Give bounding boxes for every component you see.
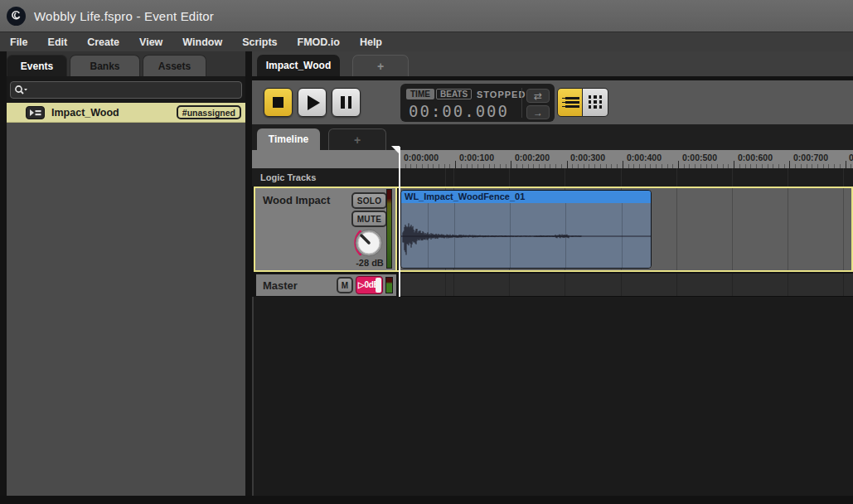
clock-panel: TIME BEATS STOPPED 00:00.000 ⇄ → — [400, 84, 555, 122]
beats-mode-button[interactable]: BEATS — [436, 89, 472, 99]
fmod-logo-icon — [7, 7, 26, 26]
editor-tab-bar: Impact_Wood + — [252, 51, 853, 76]
list-view-icon — [561, 95, 579, 109]
menu-fmodio[interactable]: FMOD.io — [288, 32, 350, 52]
track-header-column-top — [252, 150, 399, 168]
audio-clip-waveform-area — [401, 203, 651, 269]
search-box[interactable] — [10, 81, 242, 99]
track-lane-wood-impact[interactable]: WL_Impact_WoodFence_01 — [399, 188, 853, 270]
logic-tracks-label: Logic Tracks — [260, 172, 316, 182]
time-mode-button[interactable]: TIME — [406, 89, 434, 99]
pause-icon — [341, 96, 351, 109]
event-list-empty-area[interactable] — [7, 123, 245, 496]
tab-assets[interactable]: Assets — [143, 55, 206, 76]
menu-edit[interactable]: Edit — [38, 32, 78, 52]
window-bottom-edge — [0, 496, 853, 504]
menu-window[interactable]: Window — [172, 32, 232, 52]
master-fader[interactable]: ▷0dB — [356, 276, 383, 294]
audio-clip[interactable]: WL_Impact_WoodFence_01 — [400, 190, 652, 269]
editor-empty-area[interactable] — [252, 297, 853, 496]
track-header-wood-impact[interactable]: Wood Impact SOLO MUTE -28 dB — [255, 188, 397, 270]
pause-button[interactable] — [332, 88, 361, 117]
logic-tracks-row: Logic Tracks — [252, 168, 853, 187]
track-selection-outline-edge — [395, 188, 397, 270]
track-level-meter — [386, 189, 392, 269]
playhead-line[interactable] — [399, 147, 400, 297]
bank-badge: #unassigned — [177, 105, 241, 119]
stop-button[interactable] — [264, 88, 293, 117]
transport-bar: TIME BEATS STOPPED 00:00.000 ⇄ → — [252, 80, 853, 124]
search-strip — [7, 76, 245, 103]
tab-banks[interactable]: Banks — [70, 55, 140, 76]
window-title: Wobbly Life.fspro - Event Editor — [34, 9, 214, 23]
event-icon — [26, 106, 45, 119]
solo-button[interactable]: SOLO — [351, 192, 387, 209]
ruler-major-ticks — [400, 161, 853, 168]
clip-gridlines — [401, 203, 651, 269]
audio-clip-name[interactable]: WL_Impact_WoodFence_01 — [401, 191, 651, 203]
event-list-row[interactable]: Impact_Wood #unassigned — [7, 103, 245, 123]
master-track-header[interactable]: Master M ▷0dB — [255, 274, 397, 297]
columns-view-icon — [589, 95, 603, 109]
deck-tab-bar: Timeline + — [252, 124, 853, 150]
timeline-ruler[interactable]: 0:00:000 0:00:100 0:00:200 0:00:300 0:00… — [399, 150, 853, 168]
logic-tracks-lane[interactable] — [399, 168, 853, 187]
browser-view-button[interactable] — [583, 88, 608, 117]
browser-tab-bar: Events Banks Assets — [7, 51, 245, 76]
volume-knob[interactable] — [348, 225, 390, 261]
title-bar: Wobbly Life.fspro - Event Editor — [0, 0, 853, 32]
event-name: Impact_Wood — [51, 107, 119, 119]
master-track-name: Master — [263, 279, 298, 292]
track-name: Wood Impact — [263, 194, 330, 206]
master-mute-button[interactable]: M — [337, 277, 353, 293]
menu-scripts[interactable]: Scripts — [232, 32, 287, 52]
play-button[interactable] — [298, 88, 327, 117]
master-fader-handle[interactable] — [376, 278, 381, 293]
master-level-meter — [385, 277, 393, 293]
playback-clock[interactable]: 00:00.000 — [409, 102, 509, 120]
tracks-view-button[interactable] — [557, 88, 583, 117]
menu-view[interactable]: View — [129, 32, 172, 52]
menu-create[interactable]: Create — [77, 32, 129, 52]
transport-status: STOPPED — [477, 90, 526, 99]
stop-icon — [273, 97, 284, 108]
menu-file[interactable]: File — [0, 32, 38, 52]
master-track-lane[interactable] — [399, 274, 853, 297]
play-icon — [308, 95, 320, 110]
new-editor-tab-button[interactable]: + — [352, 55, 409, 76]
master-lane-gridlines — [399, 274, 853, 296]
view-toggle-group — [557, 88, 608, 117]
search-icon — [14, 85, 27, 96]
browser-panel: Events Banks Assets Impact_Wood #unassig… — [7, 51, 245, 496]
loop-playback-button[interactable]: ⇄ — [526, 89, 550, 103]
deck-tab-timeline[interactable]: Timeline — [257, 128, 320, 150]
menu-help[interactable]: Help — [350, 32, 392, 52]
search-input[interactable] — [27, 85, 218, 96]
menu-bar: File Edit Create View Window Scripts FMO… — [0, 32, 853, 51]
follow-playhead-button[interactable]: → — [526, 105, 550, 119]
new-deck-tab-button[interactable]: + — [328, 128, 386, 150]
editor-tab-impact-wood[interactable]: Impact_Wood — [257, 55, 340, 76]
tab-events[interactable]: Events — [7, 55, 67, 76]
clock-separator — [521, 88, 522, 118]
